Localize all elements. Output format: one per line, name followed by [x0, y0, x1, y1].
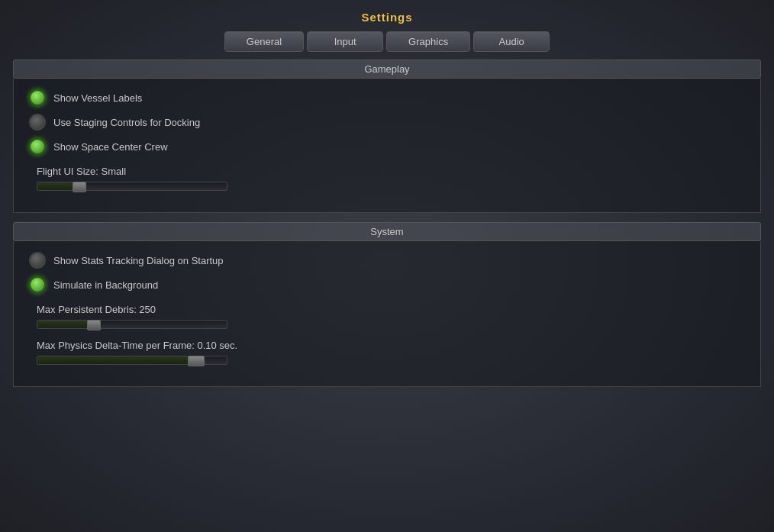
setting-row-simulate-in-background: Simulate in Background — [29, 276, 745, 293]
gameplay-section-body: Show Vessel Labels Use Staging Controls … — [13, 79, 761, 213]
label-simulate-in-background: Simulate in Background — [53, 279, 158, 291]
max-physics-delta-label: Max Physics Delta-Time per Frame: 0.10 s… — [37, 340, 745, 351]
setting-row-show-space-center-crew: Show Space Center Crew — [29, 138, 745, 155]
max-persistent-debris-section: Max Persistent Debris: 250 — [37, 304, 745, 329]
system-section-body: Show Stats Tracking Dialog on Startup Si… — [13, 241, 761, 387]
max-physics-delta-slider[interactable] — [37, 356, 227, 365]
system-section-header: System — [13, 222, 761, 241]
main-content: Gameplay Show Vessel Labels Use Staging … — [13, 60, 761, 396]
max-persistent-debris-slider[interactable] — [37, 320, 227, 329]
page-title: Settings — [361, 11, 412, 24]
max-persistent-debris-label: Max Persistent Debris: 250 — [37, 304, 745, 315]
tab-audio[interactable]: Audio — [473, 31, 550, 52]
label-use-staging-controls: Use Staging Controls for Docking — [53, 117, 200, 128]
flight-ui-size-label: Flight UI Size: Small — [37, 166, 745, 177]
tab-input[interactable]: Input — [307, 31, 383, 52]
label-show-stats-tracking: Show Stats Tracking Dialog on Startup — [53, 255, 224, 266]
label-show-space-center-crew: Show Space Center Crew — [53, 141, 168, 153]
flight-ui-size-section: Flight UI Size: Small — [37, 166, 745, 191]
toggle-use-staging-controls[interactable] — [29, 114, 46, 131]
tab-bar: General Input Graphics Audio — [224, 31, 550, 52]
flight-ui-size-slider[interactable] — [37, 182, 227, 191]
setting-row-use-staging-controls: Use Staging Controls for Docking — [29, 114, 745, 131]
page-wrapper: Settings General Input Graphics Audio Ga… — [0, 0, 774, 532]
setting-row-show-vessel-labels: Show Vessel Labels — [29, 89, 745, 106]
tab-general[interactable]: General — [224, 31, 304, 52]
setting-row-show-stats-tracking: Show Stats Tracking Dialog on Startup — [29, 252, 745, 269]
toggle-show-stats-tracking[interactable] — [29, 252, 46, 269]
tab-graphics[interactable]: Graphics — [386, 31, 470, 52]
label-show-vessel-labels: Show Vessel Labels — [53, 92, 142, 104]
gameplay-section-header: Gameplay — [13, 60, 761, 79]
toggle-show-space-center-crew[interactable] — [29, 138, 46, 155]
max-physics-delta-section: Max Physics Delta-Time per Frame: 0.10 s… — [37, 340, 745, 365]
toggle-simulate-in-background[interactable] — [29, 276, 46, 293]
toggle-show-vessel-labels[interactable] — [29, 89, 46, 106]
